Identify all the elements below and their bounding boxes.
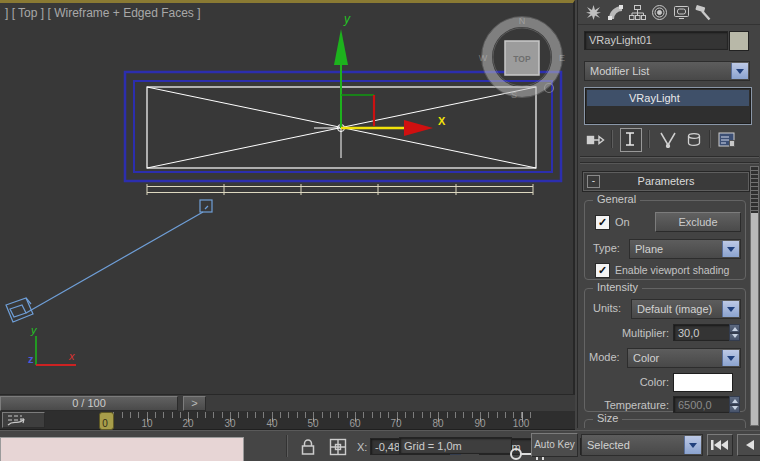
color-swatch[interactable] [673,373,733,392]
world-axis-x-label: x [68,350,75,362]
type-chevron-icon[interactable] [722,241,739,257]
move-gizmo[interactable]: y X [314,12,446,158]
on-checkbox[interactable]: ✓ [595,215,610,230]
stack-toolbar [578,128,760,152]
command-panel-tabs [578,1,760,25]
key-filter-dropdown[interactable]: Selected [581,434,703,456]
mini-curve-editor-button[interactable] [2,412,45,428]
previous-frame-button[interactable] [737,434,760,456]
display-tab-icon[interactable] [673,4,690,21]
viewport-top[interactable]: y X y x z [0,0,575,394]
ruler-label-40: 40 [266,418,277,429]
ruler-label-0: 0 [102,418,108,429]
edge-tick-strip [147,184,533,195]
make-unique-icon[interactable] [658,131,678,148]
mode-value: Color [633,352,659,364]
parameters-rollout-header[interactable]: - Parameters [583,172,749,191]
key-filter-chevron-icon[interactable] [684,436,701,454]
absolute-mode-icon[interactable] [327,438,349,456]
track-bar[interactable]: 0 10 20 30 40 50 60 70 80 90 100 [0,411,575,430]
exclude-button[interactable]: Exclude [655,212,741,232]
key-filter-value: Selected [587,439,630,451]
mode-label: Mode: [589,351,620,363]
viewport-shading-label: Enable viewport shading [615,264,729,276]
viewcube-compass-w: W [479,53,488,63]
previous-frame-icon [739,435,760,455]
mode-chevron-icon[interactable] [722,350,739,366]
size-group: Size [584,419,746,428]
ruler-label-20: 20 [182,418,193,429]
modifier-stack[interactable]: VRayLight [584,87,752,125]
gizmo-y-label: y [343,12,351,26]
units-value: Default (image) [637,303,712,315]
modify-tab-icon[interactable] [607,4,624,21]
world-axis-z-label: z [28,353,34,365]
multiplier-label: Multiplier: [607,327,669,339]
ruler-label-80: 80 [432,418,443,429]
multiplier-field[interactable]: 30,0 [673,324,731,341]
motion-tab-icon[interactable] [651,4,668,21]
type-label: Type: [593,242,620,254]
selection-lock-icon[interactable] [297,438,319,456]
on-label: On [615,216,630,228]
pin-stack-icon[interactable] [586,131,606,148]
multiplier-spinner[interactable] [729,324,740,341]
wirecolor-swatch[interactable] [729,31,749,51]
temperature-field[interactable]: 6500,0 [673,396,731,413]
mini-curve-editor-icon [4,413,44,427]
go-to-start-button[interactable] [707,434,733,456]
configure-modifier-sets-icon[interactable] [717,131,737,148]
intensity-group-title: Intensity [593,281,642,293]
units-label: Units: [593,302,621,314]
3dsmax-window: y X y x z [0,0,760,461]
modifier-list-dropdown[interactable]: Modifier List [584,61,750,81]
scrollbar-thumb[interactable] [751,167,758,213]
remove-modifier-icon[interactable] [684,131,704,148]
viewport-label[interactable]: ] [ Top ] [ Wireframe + Edged Faces ] [5,6,201,20]
viewport-shading-checkbox[interactable]: ✓ [595,263,610,278]
mode-dropdown[interactable]: Color [627,348,741,368]
collapse-button[interactable]: - [587,175,600,188]
auto-key-button[interactable]: Auto Key [531,433,578,457]
stack-item-vraylight[interactable]: VRayLight [587,90,749,106]
next-frame-button[interactable]: > [183,396,206,411]
command-panel: VRayLight01 Modifier List VRayLight [577,0,760,428]
viewcube-compass-n: N [519,16,526,26]
ruler-label-10: 10 [141,418,152,429]
modifier-list-chevron-icon[interactable] [731,63,748,79]
viewcube-top-face: TOP [513,54,531,64]
type-dropdown[interactable]: Plane [629,239,741,259]
create-tab-icon[interactable] [585,4,602,21]
ruler-label-60: 60 [349,418,360,429]
rollout-scrollbar[interactable] [750,166,759,426]
temperature-label: Temperature: [591,399,669,411]
x-coord-label: X: [357,441,367,453]
camera-object[interactable] [6,200,212,322]
object-name-field[interactable]: VRayLight01 [584,31,728,50]
ruler-label-100: 100 [513,418,530,429]
ruler-label-90: 90 [474,418,485,429]
viewcube-compass-e: E [559,53,565,63]
time-slider-row: 0 / 100 > [0,394,575,411]
world-axis-y-label: y [30,324,38,336]
world-axis-tripod: y x z [28,324,76,365]
show-end-result-button[interactable] [620,128,642,152]
size-group-title: Size [593,412,622,424]
time-slider-handle[interactable]: 0 / 100 [0,396,178,411]
general-group: General ✓ On Exclude Type: Plane ✓ Enabl… [584,200,746,280]
ruler-label-70: 70 [390,418,401,429]
utilities-tab-icon[interactable] [695,4,712,21]
gizmo-x-label: X [438,115,446,127]
hierarchy-tab-icon[interactable] [629,4,646,21]
parameters-rollout-title: Parameters [584,173,748,190]
grid-display: Grid = 1,0m [399,437,512,454]
general-group-title: General [593,193,640,205]
units-dropdown[interactable]: Default (image) [631,299,741,319]
ruler-label-30: 30 [224,418,235,429]
viewcube-compass-s: S [511,90,517,100]
temperature-spinner[interactable] [729,396,740,413]
viewport-scene: y X y x z [0,3,573,394]
modifier-list-value: Modifier List [590,65,649,77]
maxscript-mini-listener[interactable] [0,437,244,461]
units-chevron-icon[interactable] [722,301,739,317]
